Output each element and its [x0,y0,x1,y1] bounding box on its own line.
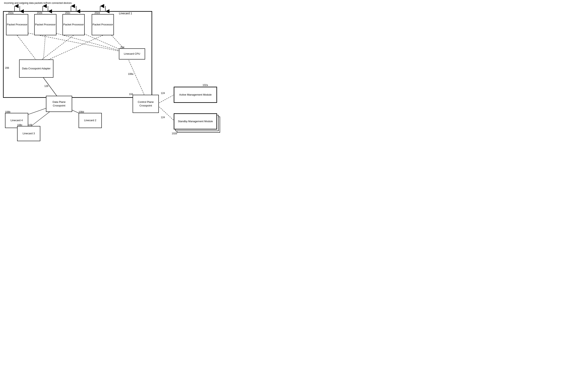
linecard4: Linecard 4 [5,113,28,128]
label-124b: 124 [161,116,165,119]
label-202c: 202c [65,11,70,14]
label-108b: 108b [5,110,10,113]
data-plane-crosspoint: Data Plane Crosspoint [46,96,72,112]
linecard1-label: Linecard 1 [119,12,132,15]
label-106: 106 [28,124,32,126]
packet-processor-2: Packet Processor [34,14,56,35]
top-label: incoming and outgoing data packets to/fr… [4,1,72,4]
label-124a: 124 [161,92,165,94]
control-plane-crosspoint: Control Plane Crosspoint [133,95,159,113]
data-crosspoint-adapter: Data Crosspoint Adapter [19,60,53,78]
label-102a: 102a [203,84,208,86]
label-204: 204 [120,46,124,49]
label-108d: 108d [78,110,84,113]
active-management-module: Active Management Module [174,87,217,103]
standby-management-module: Standby Management Module [174,113,217,129]
network-diagram: incoming and outgoing data packets to/fr… [0,0,222,151]
label-104: 104 [129,93,133,96]
label-202b: 202b [37,11,42,14]
label-206: 206 [5,67,9,69]
label-202a: 202a [8,11,13,14]
svg-line-27 [159,107,175,121]
label-202d: 202d [94,11,100,14]
linecard2: Linecard 2 [78,113,102,128]
linecard3: Linecard 3 [17,126,40,141]
linecard-cpu: Linecard CPU [119,48,145,60]
label-126: 126 [44,85,48,87]
label-108c: 108c [17,124,22,126]
packet-processor-3: Packet Processor [63,14,85,35]
svg-line-26 [159,94,175,103]
packet-processor-4: Packet Processor [92,14,114,35]
label-102b: 102b [172,132,177,135]
label-108a: 108a [128,73,133,76]
packet-processor-1: Packet Processor [6,14,28,35]
